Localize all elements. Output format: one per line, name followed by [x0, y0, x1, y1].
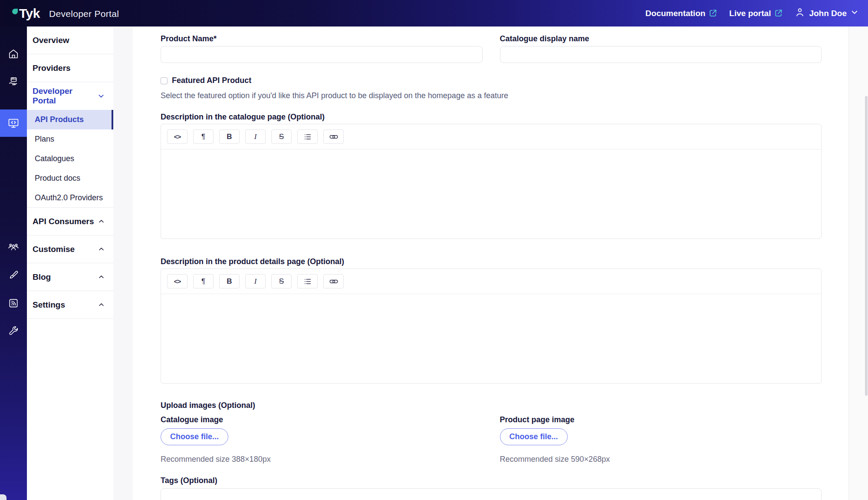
customise-icon[interactable]	[0, 262, 27, 289]
api-consumers-icon[interactable]	[0, 234, 27, 261]
logo-text: Tyk	[19, 7, 40, 20]
sidebar-nav: Overview Providers Developer Portal API …	[27, 26, 113, 500]
home-icon[interactable]	[0, 40, 27, 67]
live-portal-link[interactable]: Live portal	[729, 9, 783, 18]
bold-icon: B	[227, 277, 232, 286]
link-icon	[329, 277, 338, 286]
sidebar-item-settings[interactable]: Settings	[27, 291, 113, 319]
featured-checkbox[interactable]	[161, 77, 168, 84]
documentation-label: Documentation	[645, 9, 705, 18]
italic-button[interactable]: I	[245, 129, 266, 144]
italic-button[interactable]: I	[245, 274, 266, 288]
catalogue-description-editor: <> ¶ B I S	[161, 124, 822, 239]
user-icon	[795, 7, 805, 20]
sidebar-item-api-consumers[interactable]: API Consumers	[27, 208, 113, 235]
sidebar-item-providers[interactable]: Providers	[27, 54, 113, 82]
providers-icon[interactable]	[0, 68, 27, 95]
settings-icon[interactable]	[0, 318, 27, 344]
details-description-label: Description in the product details page …	[161, 257, 822, 266]
sidebar-item-blog[interactable]: Blog	[27, 263, 113, 291]
sidebar-item-label: Providers	[33, 63, 71, 73]
catalogue-image-choose-file-button[interactable]: Choose file...	[161, 428, 228, 445]
strikethrough-button[interactable]: S	[271, 129, 292, 144]
catalogue-display-name-label: Catalogue display name	[500, 34, 822, 43]
italic-icon: I	[254, 132, 257, 141]
catalogue-description-textarea[interactable]	[161, 149, 821, 238]
brand: Tyk Developer Portal	[12, 7, 119, 20]
documentation-link[interactable]: Documentation	[645, 9, 717, 18]
bullet-list-button[interactable]	[297, 129, 318, 144]
featured-checkbox-row: Featured API Product	[161, 76, 822, 85]
bold-button[interactable]: B	[219, 129, 240, 144]
bullet-list-icon	[304, 278, 312, 285]
user-name: John Doe	[809, 9, 847, 18]
code-button[interactable]: <>	[167, 129, 187, 144]
blog-icon[interactable]	[0, 290, 27, 317]
app-title: Developer Portal	[49, 9, 119, 19]
details-description-textarea[interactable]	[161, 294, 821, 383]
chevron-up-icon	[98, 218, 105, 225]
corner-widget	[0, 494, 7, 500]
sidebar-item-label: Overview	[33, 36, 69, 45]
external-link-icon	[709, 9, 717, 17]
catalogue-display-name-input[interactable]	[500, 46, 822, 63]
tyk-logo[interactable]: Tyk	[12, 7, 40, 20]
sidebar-item-api-products[interactable]: API Products	[27, 110, 113, 129]
sidebar-item-label: API Consumers	[33, 217, 94, 226]
chevron-up-icon	[98, 246, 105, 252]
sidebar-item-plans[interactable]: Plans	[27, 129, 113, 149]
external-link-icon	[774, 9, 783, 17]
paragraph-button[interactable]: ¶	[193, 274, 214, 288]
sidebar-item-overview[interactable]: Overview	[27, 26, 113, 54]
api-product-form: Product Name* Catalogue display name Fea…	[133, 26, 848, 500]
product-page-image-label: Product page image	[500, 415, 822, 424]
tyk-leaf-icon	[12, 9, 18, 14]
sidebar-item-customise[interactable]: Customise	[27, 235, 113, 263]
icon-rail	[0, 26, 27, 500]
product-page-image-size-hint: Recommended size 590×268px	[500, 455, 822, 464]
sidebar-item-catalogues[interactable]: Catalogues	[27, 149, 113, 169]
tags-label: Tags (Optional)	[161, 476, 822, 485]
developer-portal-icon[interactable]	[0, 109, 27, 137]
catalogue-image-label: Catalogue image	[161, 415, 483, 424]
catalogue-display-name-field-group: Catalogue display name	[500, 34, 822, 63]
code-button[interactable]: <>	[167, 274, 187, 288]
tags-input[interactable]	[161, 488, 822, 500]
catalogue-image-group: Catalogue image Choose file... Recommend…	[161, 410, 483, 464]
sidebar-item-label: Catalogues	[35, 154, 74, 163]
bullet-list-icon	[304, 133, 312, 141]
product-name-input[interactable]	[161, 46, 483, 63]
scrollbar-track[interactable]	[848, 26, 868, 500]
sidebar-item-label: Developer Portal	[33, 86, 98, 106]
bullet-list-button[interactable]	[297, 274, 318, 288]
sidebar-item-product-docs[interactable]: Product docs	[27, 169, 113, 188]
details-description-editor: <> ¶ B I S	[161, 268, 822, 384]
user-menu[interactable]: John Doe	[795, 7, 858, 20]
sidebar-item-label: OAuth2.0 Providers	[35, 193, 103, 202]
bold-button[interactable]: B	[219, 274, 240, 288]
sidebar-item-label: Customise	[33, 245, 75, 254]
editor-toolbar: <> ¶ B I S	[161, 124, 821, 149]
featured-label: Featured API Product	[172, 76, 251, 85]
sidebar-item-developer-portal[interactable]: Developer Portal	[27, 82, 113, 110]
sidebar-item-oauth2-providers[interactable]: OAuth2.0 Providers	[27, 188, 113, 208]
link-button[interactable]	[323, 274, 344, 288]
catalogue-image-size-hint: Recommended size 388×180px	[161, 455, 483, 464]
sidebar-item-label: Product docs	[35, 174, 80, 183]
paragraph-button[interactable]: ¶	[193, 129, 214, 144]
link-icon	[329, 132, 338, 141]
code-icon: <>	[174, 133, 181, 140]
product-name-field-group: Product Name*	[161, 34, 483, 63]
strikethrough-icon: S	[279, 132, 284, 141]
live-portal-label: Live portal	[729, 9, 771, 18]
bold-icon: B	[227, 132, 232, 141]
sidebar-item-label: API Products	[35, 115, 84, 124]
link-button[interactable]	[323, 129, 344, 144]
strikethrough-button[interactable]: S	[271, 274, 292, 288]
sidebar-item-label: Plans	[35, 135, 54, 144]
product-page-image-choose-file-button[interactable]: Choose file...	[500, 428, 568, 445]
featured-help-text: Select the featured option if you'd like…	[161, 91, 822, 100]
strikethrough-icon: S	[279, 277, 284, 286]
catalogue-description-label: Description in the catalogue page (Optio…	[161, 113, 822, 121]
scrollbar-thumb[interactable]	[865, 96, 868, 396]
